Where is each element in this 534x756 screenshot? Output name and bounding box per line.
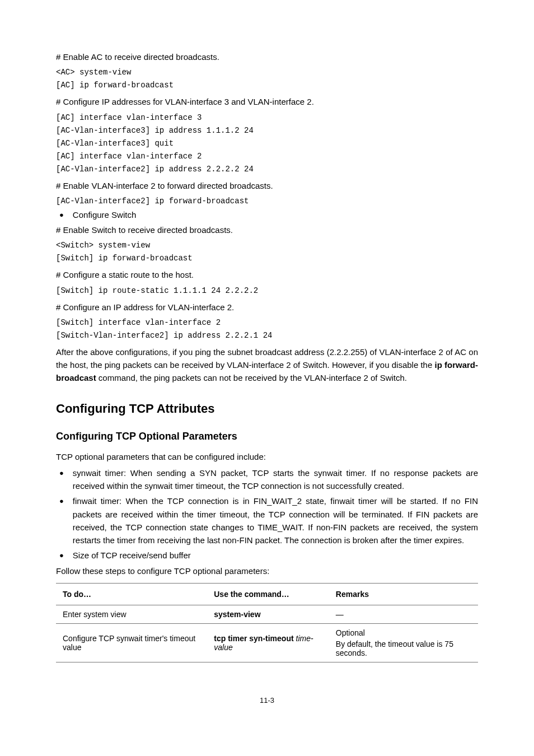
code-line: [AC-Vlan-interface3] ip address 1.1.1.2 … xyxy=(56,125,478,137)
code-line: [Switch-Vlan-interface2] ip address 2.2.… xyxy=(56,330,478,342)
col-remarks: Remarks xyxy=(329,583,478,605)
cmd-text: system-view xyxy=(214,610,260,619)
code-line: [AC] interface vlan-interface 3 xyxy=(56,112,478,124)
bullet-icon: ● xyxy=(56,466,73,479)
code-line: [AC-Vlan-interface2] ip forward-broadcas… xyxy=(56,195,478,207)
table-row: Enter system view system-view — xyxy=(56,605,478,623)
code-line: [Switch] ip route-static 1.1.1.1 24 2.2.… xyxy=(56,285,478,297)
heading-configuring-tcp-attributes: Configuring TCP Attributes xyxy=(56,402,478,416)
page-number: 11-3 xyxy=(56,696,478,704)
code-line: [AC-Vlan-interface2] ip address 2.2.2.2 … xyxy=(56,164,478,175)
para-ip-vlan2: # Configure an IP address for VLAN-inter… xyxy=(56,301,478,314)
page-root: # Enable AC to receive directed broadcas… xyxy=(0,0,534,721)
tcp-params-table: To do… Use the command… Remarks Enter sy… xyxy=(56,583,478,662)
bullet-configure-switch: ● Configure Switch xyxy=(56,208,478,221)
para-static-route: # Configure a static route to the host. xyxy=(56,268,478,281)
bullet-icon: ● xyxy=(56,549,73,561)
remarks-optional: Optional xyxy=(336,628,471,637)
bullet-synwait: ● synwait timer: When sending a SYN pack… xyxy=(56,466,478,493)
cell-command: system-view xyxy=(207,605,329,623)
code-line: [AC] interface vlan-interface 2 xyxy=(56,151,478,162)
bullet-icon: ● xyxy=(56,494,73,507)
para-enable-switch: # Enable Switch to receive directed broa… xyxy=(56,223,478,236)
col-todo: To do… xyxy=(56,583,207,605)
para-tcp-intro: TCP optional parameters that can be conf… xyxy=(56,450,478,463)
code-line: [AC] ip forward-broadcast xyxy=(56,80,478,91)
para-steps-intro: Follow these steps to configure TCP opti… xyxy=(56,564,478,577)
cell-remarks: Optional By default, the timeout value i… xyxy=(329,623,478,662)
para-summary-pre: After the above configurations, if you p… xyxy=(56,347,478,370)
cell-todo: Enter system view xyxy=(56,605,207,623)
bullet-label: finwait timer: When the TCP connection i… xyxy=(73,494,478,547)
table-row: Configure TCP synwait timer's timeout va… xyxy=(56,623,478,662)
code-line: <Switch> system-view xyxy=(56,240,478,251)
cell-todo: Configure TCP synwait timer's timeout va… xyxy=(56,623,207,662)
bullet-icon: ● xyxy=(56,208,73,221)
cell-command: tcp timer syn-timeout time-value xyxy=(207,623,329,662)
bullet-label: Configure Switch xyxy=(73,208,136,221)
para-config-ip-vlan: # Configure IP addresses for VLAN-interf… xyxy=(56,95,478,108)
para-summary: After the above configurations, if you p… xyxy=(56,346,478,385)
para-summary-post: command, the ping packets can not be rec… xyxy=(96,373,407,382)
para-enable-vlan2: # Enable VLAN-interface 2 to forward dir… xyxy=(56,179,478,192)
code-line: [Switch] ip forward-broadcast xyxy=(56,253,478,264)
code-line: [Switch] interface vlan-interface 2 xyxy=(56,317,478,329)
code-line: [AC-Vlan-interface3] quit xyxy=(56,138,478,150)
para-enable-ac: # Enable AC to receive directed broadcas… xyxy=(56,50,478,63)
col-command: Use the command… xyxy=(207,583,329,605)
cmd-text: tcp timer syn-timeout xyxy=(214,634,293,643)
bullet-label: Size of TCP receive/send buffer xyxy=(73,549,191,562)
bullet-finwait: ● finwait timer: When the TCP connection… xyxy=(56,494,478,547)
code-line: <AC> system-view xyxy=(56,67,478,78)
bullet-label: synwait timer: When sending a SYN packet… xyxy=(73,466,478,493)
bullet-buffer-size: ● Size of TCP receive/send buffer xyxy=(56,549,478,562)
heading-configuring-tcp-optional-parameters: Configuring TCP Optional Parameters xyxy=(56,431,478,442)
cell-remarks: — xyxy=(329,605,478,623)
remarks-default: By default, the timeout value is 75 seco… xyxy=(336,640,471,657)
table-header-row: To do… Use the command… Remarks xyxy=(56,583,478,605)
